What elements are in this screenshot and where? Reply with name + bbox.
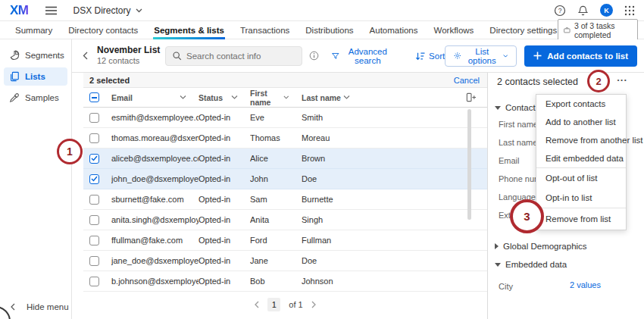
lists-sidebar: Segments Lists Samples Hide menu [0,39,72,319]
tasks-completed-badge[interactable]: 3 of 3 tasks completed [558,19,638,42]
row-checkbox[interactable] [89,256,99,266]
column-header-status[interactable]: Status [199,93,250,102]
gear-icon [454,51,461,61]
sort-label: Sort [429,52,445,61]
back-button[interactable] [83,52,88,60]
row-checkbox-checked[interactable] [89,154,99,164]
sidebar-item-lists[interactable]: Lists [4,67,67,86]
tab-transactions[interactable]: Transactions [239,21,290,39]
global-topbar: XM DSX Directory ? K [0,0,644,21]
list-options-label: List options [466,47,499,65]
svg-text:?: ? [558,7,562,14]
page-of-label: of 1 [289,300,302,309]
table-row[interactable]: anita.singh@dsxemployee... Opted-in Anit… [83,210,487,230]
menu-item-opt-in-to-list[interactable]: Opt-in to list [536,188,626,208]
column-header-email[interactable]: Email [111,93,199,102]
table-row-selected[interactable]: john_doe@dsxemployee.... Opted-in John D… [83,169,487,189]
chevron-down-icon [231,95,238,99]
row-checkbox[interactable] [89,195,99,205]
add-contacts-button[interactable]: Add contacts to list [524,45,637,67]
directory-switcher[interactable]: DSX Directory [73,5,142,16]
hamburger-menu-icon[interactable] [45,6,57,15]
table-row[interactable]: jane_doe@dsxemployee.... Opted-in Jane D… [83,251,487,271]
row-checkbox-checked[interactable] [89,174,99,184]
add-contacts-label: Add contacts to list [547,52,628,61]
briefcase-icon [564,26,571,34]
tab-segments-lists[interactable]: Segments & lists [153,21,225,39]
user-avatar[interactable]: K [600,4,613,17]
tab-workflows[interactable]: Workflows [433,21,475,39]
column-label: Last name [302,93,341,102]
embedded-data-values-link[interactable]: 2 values [570,280,601,289]
menu-item-opt-out-of-list[interactable]: Opt-out of list [536,168,626,188]
hide-menu-label: Hide menu [27,302,69,311]
table-row[interactable]: samburnette@fake.com Opted-in Samantha B… [83,292,487,296]
table-row-selected[interactable]: aliceb@dsxemployee.com Opted-in Alice Br… [83,149,487,169]
column-header-first-name[interactable]: First name [250,89,302,107]
cell-status: Opted-in [199,215,250,224]
table-row[interactable]: ffullman@fake.com Opted-in Ford Fullman [83,230,487,251]
info-icon[interactable] [309,51,319,61]
section-global-demographics[interactable]: Global Demographics [495,242,587,251]
tab-distributions[interactable]: Distributions [305,21,354,39]
search-input[interactable] [186,52,295,61]
tab-summary[interactable]: Summary [14,21,53,39]
app-window: XM DSX Directory ? K Summary Directory c… [0,0,644,319]
chevron-down-icon [283,95,289,99]
tab-directory-settings[interactable]: Directory settings [489,21,558,39]
table-row[interactable]: b.johnson@dsxemployee.... Opted-in Bob J… [83,271,487,292]
add-column-icon[interactable] [465,92,477,103]
cell-email: john_doe@dsxemployee.... [111,174,199,183]
table-header-row: Email Status First name Last name [83,88,487,108]
table-scrollbar-thumb[interactable] [467,109,471,220]
annotation-circle-3: 3 [510,199,544,233]
row-checkbox[interactable] [89,236,99,246]
help-icon[interactable]: ? [554,5,566,17]
row-checkbox[interactable] [89,133,99,143]
list-contact-count: 12 contacts [97,56,158,67]
table-row[interactable]: esmith@dsxemployee.com Opted-in Eve Smit… [83,108,487,128]
advanced-search-button[interactable]: Advanced search [332,47,392,65]
row-checkbox[interactable] [89,215,99,225]
menu-item-remove-from-another-list[interactable]: Remove from another list [536,131,626,149]
cell-last-name: Singh [302,215,362,224]
menu-item-add-to-another-list[interactable]: Add to another list [536,113,626,131]
tab-automations[interactable]: Automations [369,21,419,39]
selected-count-text: 2 selected [89,76,130,85]
chevron-down-icon [136,8,142,13]
menu-item-remove-from-list[interactable]: Remove from list [536,208,626,230]
table-row[interactable]: thomas.moreau@dsxempl... Opted-in Thomas… [83,128,487,149]
previous-page-button[interactable] [255,301,259,308]
table-row[interactable]: sburnett@fake.com Opted-in Sam Burnette [83,189,487,210]
search-box [165,46,302,66]
menu-item-export-contacts[interactable]: Export contacts [536,95,626,113]
sort-button[interactable]: Sort [415,52,445,61]
cancel-selection-button[interactable]: Cancel [454,76,480,85]
list-options-button[interactable]: List options [445,45,517,67]
cell-first-name: Eve [250,113,302,122]
cell-email: sburnett@fake.com [111,195,199,204]
list-title-block: November List 12 contacts [97,45,158,67]
section-embedded-data[interactable]: Embedded data [495,260,567,269]
row-checkbox[interactable] [89,113,99,123]
cell-status: Opted-in [199,174,250,183]
hide-menu-button[interactable]: Hide menu [11,302,69,311]
app-switcher-waffle-icon[interactable] [624,5,635,16]
notifications-bell-icon[interactable] [577,5,589,17]
cell-first-name: Sam [250,195,302,204]
tab-directory-contacts[interactable]: Directory contacts [67,21,139,39]
next-page-button[interactable] [311,301,316,308]
menu-item-edit-embedded-data[interactable]: Edit embedded data [536,149,626,167]
panel-actions-ellipsis-button[interactable]: ... [617,73,627,83]
column-header-last-name[interactable]: Last name [302,93,362,102]
page-number-input[interactable]: 1 [267,298,280,311]
xm-logo[interactable]: XM [10,4,29,17]
field-label-email: Email [499,156,520,165]
select-all-checkbox[interactable] [89,92,99,102]
triangle-down-icon [495,263,501,267]
sidebar-item-segments[interactable]: Segments [4,46,67,64]
row-checkbox[interactable] [89,277,99,286]
list-toolbar: November List 12 contacts Advanced searc… [72,39,644,73]
sidebar-item-samples[interactable]: Samples [4,89,67,107]
advanced-search-label: Advanced search [343,47,393,65]
